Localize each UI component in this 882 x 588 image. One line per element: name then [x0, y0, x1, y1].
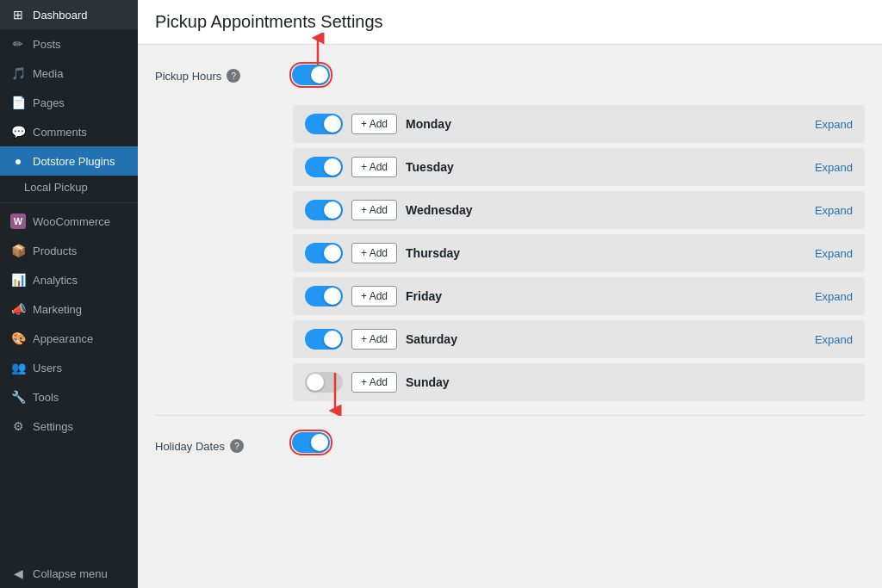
saturday-label: Saturday [406, 332, 806, 346]
friday-add-button[interactable]: + Add [351, 286, 397, 306]
saturday-toggle[interactable] [305, 329, 343, 350]
thursday-add-button[interactable]: + Add [351, 243, 397, 263]
sidebar-item-appearance[interactable]: 🎨 Appearance [0, 324, 138, 353]
sidebar-item-dotstore[interactable]: ● Dotstore Plugins [0, 146, 138, 176]
holiday-dates-label: Holiday Dates ? [155, 432, 276, 453]
comments-icon: 💬 [10, 124, 26, 139]
appearance-icon: 🎨 [10, 331, 26, 346]
tuesday-expand-button[interactable]: Expand [815, 161, 853, 174]
content-area: Pickup Hours ? [138, 45, 882, 588]
sidebar-item-media[interactable]: 🎵 Media [0, 59, 138, 88]
analytics-icon: 📊 [10, 272, 26, 288]
sidebar-item-posts[interactable]: ✏ Posts [0, 29, 138, 59]
sunday-add-button[interactable]: + Add [351, 372, 397, 393]
day-row-monday: + Add Monday Expand [293, 105, 865, 143]
saturday-expand-button[interactable]: Expand [815, 333, 853, 346]
dotstore-icon: ● [10, 153, 26, 169]
saturday-add-button[interactable]: + Add [351, 329, 397, 350]
wednesday-label: Wednesday [406, 203, 806, 217]
sunday-label: Sunday [406, 375, 844, 389]
pickup-hours-toggle-highlight [289, 62, 332, 88]
tuesday-label: Tuesday [406, 160, 806, 174]
day-row-thursday: + Add Thursday Expand [293, 234, 865, 272]
friday-label: Friday [406, 289, 806, 303]
posts-icon: ✏ [10, 36, 26, 52]
sidebar-item-analytics[interactable]: 📊 Analytics [0, 265, 138, 294]
friday-expand-button[interactable]: Expand [815, 290, 853, 303]
sidebar-item-users[interactable]: 👥 Users [0, 353, 138, 382]
page-header: Pickup Appointments Settings [138, 0, 882, 45]
sidebar-item-collapse[interactable]: ◀ Collapse menu [0, 559, 138, 588]
settings-icon: ⚙ [10, 418, 26, 434]
sidebar-item-marketing[interactable]: 📣 Marketing [0, 294, 138, 324]
sidebar-item-products[interactable]: 📦 Products [0, 236, 138, 265]
day-row-sunday: + Add Sunday [293, 363, 865, 401]
thursday-toggle[interactable] [305, 243, 343, 263]
pickup-hours-toggle-track[interactable] [292, 65, 330, 85]
sidebar: ⊞ Dashboard ✏ Posts 🎵 Media 📄 Pages 💬 Co… [0, 0, 138, 588]
main-content: Pickup Appointments Settings Pickup Hour… [138, 0, 882, 588]
days-container: + Add Monday Expand + Add Tuesday Expand [293, 105, 865, 401]
thursday-expand-button[interactable]: Expand [815, 247, 853, 260]
sidebar-item-tools[interactable]: 🔧 Tools [0, 382, 138, 412]
pickup-hours-section: Pickup Hours ? [155, 62, 865, 88]
holiday-dates-section: Holiday Dates ? [155, 415, 865, 455]
marketing-icon: 📣 [10, 301, 26, 317]
day-row-friday: + Add Friday Expand [293, 277, 865, 315]
wednesday-expand-button[interactable]: Expand [815, 204, 853, 217]
monday-expand-button[interactable]: Expand [815, 118, 853, 131]
friday-toggle[interactable] [305, 286, 343, 306]
thursday-label: Thursday [406, 246, 806, 260]
sidebar-item-dashboard[interactable]: ⊞ Dashboard [0, 0, 138, 29]
monday-add-button[interactable]: + Add [351, 114, 397, 134]
woocommerce-icon: W [10, 214, 26, 229]
sidebar-item-woocommerce[interactable]: W WooCommerce [0, 207, 138, 236]
tools-icon: 🔧 [10, 389, 26, 405]
dashboard-icon: ⊞ [10, 7, 26, 22]
pickup-hours-toggle[interactable] [292, 65, 330, 85]
users-icon: 👥 [10, 360, 26, 375]
monday-label: Monday [406, 117, 806, 131]
wednesday-add-button[interactable]: + Add [351, 200, 397, 220]
day-row-wednesday: + Add Wednesday Expand [293, 191, 865, 229]
media-icon: 🎵 [10, 65, 26, 81]
pickup-hours-help-icon[interactable]: ? [227, 69, 240, 83]
pages-icon: 📄 [10, 95, 26, 110]
wednesday-toggle[interactable] [305, 200, 343, 220]
sidebar-item-local-pickup[interactable]: Local Pickup [0, 176, 138, 199]
products-icon: 📦 [10, 243, 26, 258]
holiday-dates-toggle[interactable] [292, 432, 330, 453]
holiday-dates-toggle-track[interactable] [292, 432, 330, 453]
pickup-hours-label: Pickup Hours ? [155, 62, 276, 83]
holiday-dates-help-icon[interactable]: ? [230, 439, 244, 453]
day-row-saturday: + Add Saturday Expand [293, 320, 865, 358]
page-title: Pickup Appointments Settings [155, 12, 865, 32]
sidebar-item-pages[interactable]: 📄 Pages [0, 88, 138, 117]
tuesday-toggle[interactable] [305, 157, 343, 177]
arrow-down [323, 368, 347, 416]
holiday-dates-toggle-highlight [289, 430, 332, 455]
sidebar-item-comments[interactable]: 💬 Comments [0, 117, 138, 146]
sidebar-item-settings[interactable]: ⚙ Settings [0, 412, 138, 441]
collapse-icon: ◀ [10, 566, 26, 581]
monday-toggle[interactable] [305, 114, 343, 134]
day-row-tuesday: + Add Tuesday Expand [293, 148, 865, 186]
tuesday-add-button[interactable]: + Add [351, 157, 397, 177]
